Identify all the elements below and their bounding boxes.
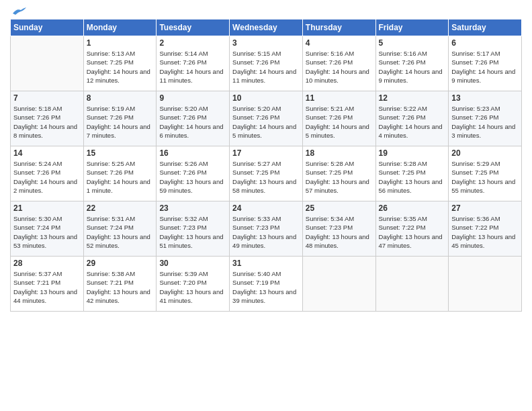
calendar-cell bbox=[449, 257, 522, 312]
calendar-cell: 1Sunrise: 5:13 AMSunset: 7:25 PMDaylight… bbox=[83, 36, 157, 91]
day-number: 13 bbox=[451, 93, 519, 103]
calendar-cell: 2Sunrise: 5:14 AMSunset: 7:26 PMDaylight… bbox=[157, 36, 230, 91]
calendar-cell bbox=[375, 257, 449, 312]
day-info: Sunrise: 5:28 AMSunset: 7:25 PMDaylight:… bbox=[306, 159, 373, 195]
day-info: Sunrise: 5:14 AMSunset: 7:26 PMDaylight:… bbox=[159, 49, 226, 85]
day-number: 5 bbox=[379, 38, 446, 48]
day-info: Sunrise: 5:20 AMSunset: 7:26 PMDaylight:… bbox=[232, 104, 300, 140]
day-number: 6 bbox=[451, 38, 519, 48]
day-header: Monday bbox=[83, 19, 157, 36]
calendar-cell: 17Sunrise: 5:27 AMSunset: 7:25 PMDayligh… bbox=[230, 146, 303, 201]
day-number: 18 bbox=[306, 148, 373, 158]
day-number: 29 bbox=[87, 259, 154, 268]
calendar-week-row: 7Sunrise: 5:18 AMSunset: 7:26 PMDaylight… bbox=[11, 91, 522, 146]
header-row: SundayMondayTuesdayWednesdayThursdayFrid… bbox=[11, 19, 522, 36]
day-info: Sunrise: 5:29 AMSunset: 7:25 PMDaylight:… bbox=[451, 159, 519, 195]
day-number: 15 bbox=[87, 148, 154, 158]
day-number: 3 bbox=[232, 38, 300, 48]
logo bbox=[10, 7, 26, 13]
day-number: 23 bbox=[159, 203, 226, 213]
day-number: 17 bbox=[232, 148, 300, 158]
day-info: Sunrise: 5:16 AMSunset: 7:26 PMDaylight:… bbox=[379, 49, 446, 85]
day-number: 24 bbox=[232, 203, 300, 213]
day-info: Sunrise: 5:35 AMSunset: 7:22 PMDaylight:… bbox=[379, 214, 446, 250]
day-number: 25 bbox=[306, 203, 373, 213]
calendar-cell: 27Sunrise: 5:36 AMSunset: 7:22 PMDayligh… bbox=[449, 201, 522, 257]
day-number: 21 bbox=[13, 203, 81, 213]
calendar-cell: 28Sunrise: 5:37 AMSunset: 7:21 PMDayligh… bbox=[11, 257, 84, 312]
calendar-cell: 3Sunrise: 5:15 AMSunset: 7:26 PMDaylight… bbox=[230, 36, 303, 91]
day-number: 11 bbox=[306, 93, 373, 103]
day-info: Sunrise: 5:34 AMSunset: 7:23 PMDaylight:… bbox=[306, 214, 373, 250]
day-info: Sunrise: 5:19 AMSunset: 7:26 PMDaylight:… bbox=[87, 104, 154, 140]
calendar-cell: 21Sunrise: 5:30 AMSunset: 7:24 PMDayligh… bbox=[11, 201, 84, 257]
day-header: Thursday bbox=[302, 19, 375, 36]
day-info: Sunrise: 5:37 AMSunset: 7:21 PMDaylight:… bbox=[13, 269, 81, 305]
day-number: 28 bbox=[13, 259, 81, 268]
calendar-cell: 6Sunrise: 5:17 AMSunset: 7:26 PMDaylight… bbox=[449, 36, 522, 91]
day-info: Sunrise: 5:27 AMSunset: 7:25 PMDaylight:… bbox=[232, 159, 300, 195]
day-number: 12 bbox=[379, 93, 446, 103]
logo-bird-icon bbox=[11, 7, 26, 16]
calendar-week-row: 14Sunrise: 5:24 AMSunset: 7:26 PMDayligh… bbox=[11, 146, 522, 201]
calendar-cell: 16Sunrise: 5:26 AMSunset: 7:26 PMDayligh… bbox=[157, 146, 230, 201]
calendar-week-row: 21Sunrise: 5:30 AMSunset: 7:24 PMDayligh… bbox=[11, 201, 522, 257]
day-info: Sunrise: 5:18 AMSunset: 7:26 PMDaylight:… bbox=[13, 104, 81, 140]
day-number: 31 bbox=[232, 259, 300, 268]
day-number: 26 bbox=[379, 203, 446, 213]
calendar-cell: 7Sunrise: 5:18 AMSunset: 7:26 PMDaylight… bbox=[11, 91, 84, 146]
day-info: Sunrise: 5:22 AMSunset: 7:26 PMDaylight:… bbox=[379, 104, 446, 140]
day-number: 7 bbox=[13, 93, 81, 103]
calendar-cell: 20Sunrise: 5:29 AMSunset: 7:25 PMDayligh… bbox=[449, 146, 522, 201]
day-number: 10 bbox=[232, 93, 300, 103]
day-info: Sunrise: 5:21 AMSunset: 7:26 PMDaylight:… bbox=[306, 104, 373, 140]
day-number: 22 bbox=[87, 203, 154, 213]
calendar-cell bbox=[302, 257, 375, 312]
day-info: Sunrise: 5:39 AMSunset: 7:20 PMDaylight:… bbox=[159, 269, 226, 305]
day-number: 2 bbox=[159, 38, 226, 48]
day-info: Sunrise: 5:17 AMSunset: 7:26 PMDaylight:… bbox=[451, 49, 519, 85]
calendar-cell: 11Sunrise: 5:21 AMSunset: 7:26 PMDayligh… bbox=[302, 91, 375, 146]
calendar-cell bbox=[11, 36, 84, 91]
calendar-cell: 9Sunrise: 5:20 AMSunset: 7:26 PMDaylight… bbox=[157, 91, 230, 146]
day-number: 1 bbox=[87, 38, 154, 48]
calendar-cell: 23Sunrise: 5:32 AMSunset: 7:23 PMDayligh… bbox=[157, 201, 230, 257]
day-info: Sunrise: 5:30 AMSunset: 7:24 PMDaylight:… bbox=[13, 214, 81, 250]
day-header: Friday bbox=[375, 19, 449, 36]
calendar-cell: 10Sunrise: 5:20 AMSunset: 7:26 PMDayligh… bbox=[230, 91, 303, 146]
calendar-cell: 13Sunrise: 5:23 AMSunset: 7:26 PMDayligh… bbox=[449, 91, 522, 146]
calendar-cell: 18Sunrise: 5:28 AMSunset: 7:25 PMDayligh… bbox=[302, 146, 375, 201]
calendar-cell: 5Sunrise: 5:16 AMSunset: 7:26 PMDaylight… bbox=[375, 36, 449, 91]
day-info: Sunrise: 5:15 AMSunset: 7:26 PMDaylight:… bbox=[232, 49, 300, 85]
day-header: Wednesday bbox=[230, 19, 303, 36]
calendar-cell: 8Sunrise: 5:19 AMSunset: 7:26 PMDaylight… bbox=[83, 91, 157, 146]
calendar-week-row: 28Sunrise: 5:37 AMSunset: 7:21 PMDayligh… bbox=[11, 257, 522, 312]
day-number: 14 bbox=[13, 148, 81, 158]
day-info: Sunrise: 5:38 AMSunset: 7:21 PMDaylight:… bbox=[87, 269, 154, 305]
calendar-cell: 25Sunrise: 5:34 AMSunset: 7:23 PMDayligh… bbox=[302, 201, 375, 257]
day-info: Sunrise: 5:20 AMSunset: 7:26 PMDaylight:… bbox=[159, 104, 226, 140]
day-info: Sunrise: 5:13 AMSunset: 7:25 PMDaylight:… bbox=[87, 49, 154, 85]
day-info: Sunrise: 5:24 AMSunset: 7:26 PMDaylight:… bbox=[13, 159, 81, 195]
day-info: Sunrise: 5:40 AMSunset: 7:19 PMDaylight:… bbox=[232, 269, 300, 305]
header bbox=[10, 7, 522, 13]
day-info: Sunrise: 5:23 AMSunset: 7:26 PMDaylight:… bbox=[451, 104, 519, 140]
calendar-cell: 24Sunrise: 5:33 AMSunset: 7:23 PMDayligh… bbox=[230, 201, 303, 257]
day-number: 19 bbox=[379, 148, 446, 158]
day-header: Tuesday bbox=[157, 19, 230, 36]
day-number: 30 bbox=[159, 259, 226, 268]
calendar-cell: 26Sunrise: 5:35 AMSunset: 7:22 PMDayligh… bbox=[375, 201, 449, 257]
day-info: Sunrise: 5:31 AMSunset: 7:24 PMDaylight:… bbox=[87, 214, 154, 250]
calendar-cell: 4Sunrise: 5:16 AMSunset: 7:26 PMDaylight… bbox=[302, 36, 375, 91]
calendar-cell: 29Sunrise: 5:38 AMSunset: 7:21 PMDayligh… bbox=[83, 257, 157, 312]
page: SundayMondayTuesdayWednesdayThursdayFrid… bbox=[0, 0, 532, 318]
day-info: Sunrise: 5:25 AMSunset: 7:26 PMDaylight:… bbox=[87, 159, 154, 195]
day-info: Sunrise: 5:32 AMSunset: 7:23 PMDaylight:… bbox=[159, 214, 226, 250]
day-info: Sunrise: 5:36 AMSunset: 7:22 PMDaylight:… bbox=[451, 214, 519, 250]
day-info: Sunrise: 5:16 AMSunset: 7:26 PMDaylight:… bbox=[306, 49, 373, 85]
day-info: Sunrise: 5:26 AMSunset: 7:26 PMDaylight:… bbox=[159, 159, 226, 195]
day-header: Saturday bbox=[449, 19, 522, 36]
day-info: Sunrise: 5:33 AMSunset: 7:23 PMDaylight:… bbox=[232, 214, 300, 250]
day-number: 8 bbox=[87, 93, 154, 103]
day-header: Sunday bbox=[11, 19, 84, 36]
